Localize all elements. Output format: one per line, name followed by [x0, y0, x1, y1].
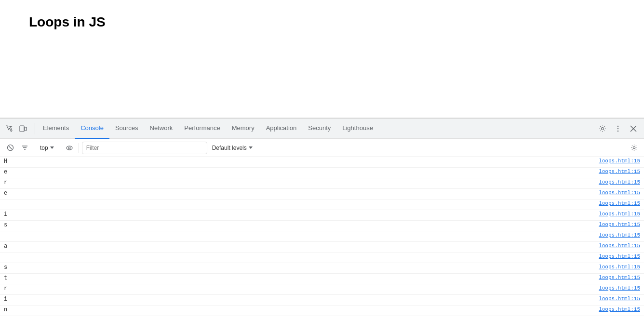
- toolbar-separator-3: [79, 143, 79, 153]
- console-row-source[interactable]: loops.html:15: [599, 179, 640, 185]
- tab-console[interactable]: Console: [75, 119, 109, 139]
- console-row-value: s: [4, 222, 595, 228]
- svg-point-5: [617, 130, 618, 131]
- console-row-source[interactable]: loops.html:15: [599, 275, 640, 280]
- tab-performance[interactable]: Performance: [178, 119, 226, 139]
- devtools-tabs: Elements Console Sources Network Perform…: [0, 119, 644, 139]
- svg-rect-1: [25, 127, 27, 131]
- tab-separator: [35, 123, 35, 134]
- console-row-value: r: [4, 285, 595, 292]
- console-row: iloops.html:15: [0, 295, 644, 305]
- console-row-value: e: [4, 190, 595, 197]
- console-row-value: t: [4, 275, 595, 281]
- clear-console-icon[interactable]: [4, 142, 16, 154]
- console-row-source[interactable]: loops.html:15: [599, 243, 640, 249]
- page-content: Loops in JS: [0, 0, 644, 118]
- console-row: aloops.html:15: [0, 242, 644, 252]
- toolbar-separator-1: [34, 143, 34, 153]
- console-row-source[interactable]: loops.html:15: [599, 222, 640, 227]
- console-row: iloops.html:15: [0, 210, 644, 221]
- console-row: sloops.html:15: [0, 221, 644, 231]
- console-row: rloops.html:15: [0, 284, 644, 295]
- tab-application[interactable]: Application: [260, 119, 303, 139]
- console-row-value: s: [4, 264, 595, 271]
- console-row-value: i: [4, 211, 595, 218]
- tab-actions: [596, 122, 640, 135]
- console-toolbar: top Default levels: [0, 139, 644, 157]
- svg-point-4: [617, 128, 618, 129]
- console-row-source[interactable]: loops.html:15: [599, 169, 640, 174]
- console-row: loops.html:15: [0, 252, 644, 263]
- tab-icon-group: [4, 123, 29, 134]
- more-options-icon[interactable]: [611, 122, 625, 135]
- svg-point-3: [617, 125, 618, 126]
- tab-lighthouse[interactable]: Lighthouse: [336, 119, 379, 139]
- console-row: tloops.html:15: [0, 274, 644, 284]
- filter-toggle-icon[interactable]: [18, 142, 31, 154]
- log-levels-selector[interactable]: Default levels: [209, 144, 255, 152]
- tab-sources[interactable]: Sources: [109, 119, 144, 139]
- svg-rect-0: [20, 126, 24, 132]
- console-row-source[interactable]: loops.html:15: [599, 232, 640, 238]
- context-selector[interactable]: top: [37, 142, 57, 154]
- console-row-source[interactable]: loops.html:15: [599, 296, 640, 302]
- svg-line-9: [9, 146, 12, 149]
- console-row: loops.html:15: [0, 231, 644, 242]
- console-row-value: e: [4, 169, 595, 175]
- console-row-value: n: [4, 306, 595, 313]
- console-row: eloops.html:15: [0, 189, 644, 199]
- console-row: eloops.html:15: [0, 168, 644, 178]
- svg-point-15: [633, 146, 635, 148]
- console-row-source[interactable]: loops.html:15: [599, 200, 640, 206]
- page-title: Loops in JS: [29, 14, 106, 30]
- console-row: loops.html:15: [0, 199, 644, 210]
- tab-security[interactable]: Security: [302, 119, 336, 139]
- inspect-icon[interactable]: [4, 123, 15, 134]
- console-row: rloops.html:15: [0, 178, 644, 189]
- console-row-source[interactable]: loops.html:15: [599, 211, 640, 217]
- tab-memory[interactable]: Memory: [226, 119, 260, 139]
- console-row-value: a: [4, 243, 595, 250]
- console-settings-icon[interactable]: [628, 142, 640, 154]
- close-devtools-icon[interactable]: [627, 122, 640, 135]
- console-filter-input[interactable]: [82, 142, 207, 154]
- svg-point-13: [67, 146, 72, 150]
- live-expression-icon[interactable]: [63, 142, 76, 154]
- console-row-value: r: [4, 179, 595, 186]
- context-dropdown-icon: [50, 146, 54, 149]
- svg-point-2: [602, 127, 604, 130]
- console-row-source[interactable]: loops.html:15: [599, 264, 640, 270]
- console-row-source[interactable]: loops.html:15: [599, 158, 640, 164]
- tab-network[interactable]: Network: [144, 119, 179, 139]
- svg-point-14: [68, 147, 70, 149]
- settings-icon[interactable]: [596, 122, 609, 135]
- console-row-source[interactable]: loops.html:15: [599, 190, 640, 196]
- console-row-source[interactable]: loops.html:15: [599, 306, 640, 312]
- device-toolbar-icon[interactable]: [17, 123, 29, 134]
- devtools-panel: Elements Console Sources Network Perform…: [0, 118, 644, 332]
- console-row: nloops.html:15: [0, 305, 644, 316]
- toolbar-separator-2: [60, 143, 60, 153]
- console-row: Hloops.html:15: [0, 157, 644, 168]
- console-output: Hloops.html:15eloops.html:15rloops.html:…: [0, 157, 644, 332]
- console-row-source[interactable]: loops.html:15: [599, 253, 640, 259]
- tab-elements[interactable]: Elements: [37, 119, 75, 139]
- levels-dropdown-icon: [249, 146, 253, 149]
- console-row-value: H: [4, 158, 595, 165]
- console-row-value: i: [4, 296, 595, 303]
- console-row-source[interactable]: loops.html:15: [599, 285, 640, 291]
- console-row: sloops.html:15: [0, 263, 644, 274]
